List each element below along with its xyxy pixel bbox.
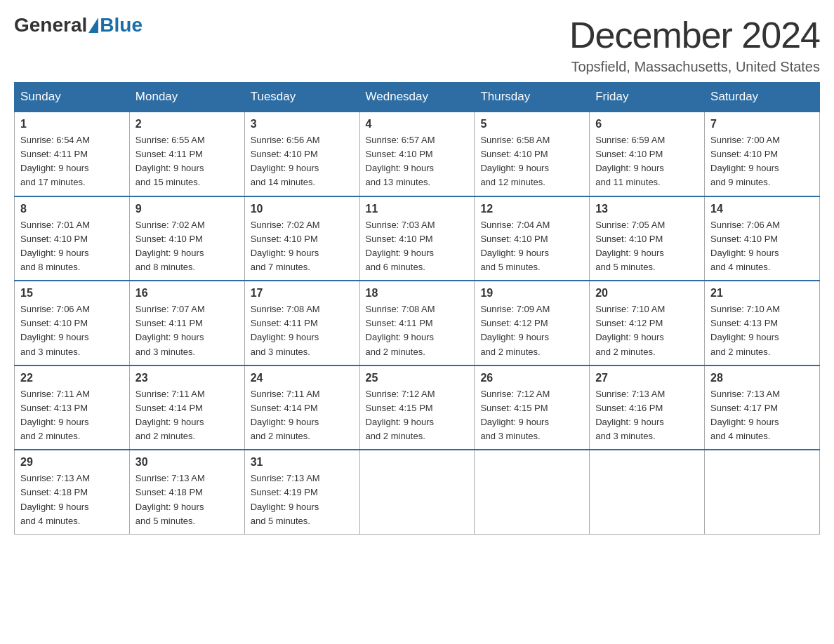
sunrise-line: Sunrise: 6:59 AM xyxy=(595,135,665,145)
daylight-line2: and 11 minutes. xyxy=(595,177,661,187)
sunrise-line: Sunrise: 7:09 AM xyxy=(480,304,550,314)
daylight-line2: and 2 minutes. xyxy=(366,431,425,441)
daylight-line1: Daylight: 9 hours xyxy=(20,417,89,427)
sunrise-line: Sunrise: 7:13 AM xyxy=(710,389,780,399)
day-info: Sunrise: 7:05 AMSunset: 4:10 PMDaylight:… xyxy=(595,218,699,275)
daylight-line1: Daylight: 9 hours xyxy=(480,163,549,173)
day-cell-24: 24Sunrise: 7:11 AMSunset: 4:14 PMDayligh… xyxy=(244,365,359,450)
location-title: Topsfield, Massachusetts, United States xyxy=(569,59,820,75)
sunset-line: Sunset: 4:14 PM xyxy=(251,403,318,413)
day-number: 26 xyxy=(480,372,583,384)
day-info: Sunrise: 7:03 AMSunset: 4:10 PMDaylight:… xyxy=(366,218,469,275)
sunset-line: Sunset: 4:19 PM xyxy=(251,487,318,497)
sunset-line: Sunset: 4:12 PM xyxy=(595,318,663,328)
page-header: General Blue December 2024 Topsfield, Ma… xyxy=(14,14,820,75)
sunset-line: Sunset: 4:11 PM xyxy=(135,318,203,328)
day-info: Sunrise: 7:12 AMSunset: 4:15 PMDaylight:… xyxy=(366,387,469,444)
daylight-line2: and 2 minutes. xyxy=(595,347,655,357)
sunset-line: Sunset: 4:10 PM xyxy=(251,149,318,159)
daylight-line1: Daylight: 9 hours xyxy=(135,332,204,342)
daylight-line2: and 2 minutes. xyxy=(710,347,770,357)
daylight-line2: and 2 minutes. xyxy=(135,431,195,441)
day-cell-30: 30Sunrise: 7:13 AMSunset: 4:18 PMDayligh… xyxy=(129,450,244,534)
sunrise-line: Sunrise: 7:08 AM xyxy=(251,304,320,314)
day-info: Sunrise: 7:06 AMSunset: 4:10 PMDaylight:… xyxy=(710,218,814,275)
logo-general-text: General xyxy=(14,14,87,36)
sunset-line: Sunset: 4:14 PM xyxy=(135,403,203,413)
sunset-line: Sunset: 4:10 PM xyxy=(595,149,663,159)
daylight-line2: and 2 minutes. xyxy=(366,347,425,357)
week-row-4: 22Sunrise: 7:11 AMSunset: 4:13 PMDayligh… xyxy=(15,365,820,450)
sunset-line: Sunset: 4:18 PM xyxy=(20,487,88,497)
daylight-line1: Daylight: 9 hours xyxy=(135,163,204,173)
day-number: 8 xyxy=(20,203,124,215)
day-number: 3 xyxy=(251,118,354,130)
daylight-line2: and 3 minutes. xyxy=(251,347,310,357)
daylight-line2: and 6 minutes. xyxy=(366,262,425,272)
sunset-line: Sunset: 4:13 PM xyxy=(20,403,88,413)
daylight-line2: and 8 minutes. xyxy=(135,262,195,272)
calendar-table: SundayMondayTuesdayWednesdayThursdayFrid… xyxy=(14,82,820,535)
day-number: 31 xyxy=(251,456,354,469)
daylight-line1: Daylight: 9 hours xyxy=(480,417,549,427)
sunrise-line: Sunrise: 7:13 AM xyxy=(595,389,665,399)
daylight-line1: Daylight: 9 hours xyxy=(595,163,664,173)
day-info: Sunrise: 7:13 AMSunset: 4:18 PMDaylight:… xyxy=(20,471,124,528)
sunset-line: Sunset: 4:11 PM xyxy=(20,149,88,159)
day-cell-23: 23Sunrise: 7:11 AMSunset: 4:14 PMDayligh… xyxy=(129,365,244,450)
day-cell-4: 4Sunrise: 6:57 AMSunset: 4:10 PMDaylight… xyxy=(359,112,475,196)
day-info: Sunrise: 7:13 AMSunset: 4:19 PMDaylight:… xyxy=(251,471,354,528)
day-info: Sunrise: 7:06 AMSunset: 4:10 PMDaylight:… xyxy=(20,302,124,359)
day-cell-18: 18Sunrise: 7:08 AMSunset: 4:11 PMDayligh… xyxy=(359,281,475,365)
day-cell-11: 11Sunrise: 7:03 AMSunset: 4:10 PMDayligh… xyxy=(359,196,475,281)
sunset-line: Sunset: 4:10 PM xyxy=(366,234,433,244)
sunrise-line: Sunrise: 6:56 AM xyxy=(251,135,320,145)
daylight-line2: and 5 minutes. xyxy=(595,262,655,272)
day-number: 19 xyxy=(480,287,583,300)
weekday-header-monday: Monday xyxy=(129,83,244,112)
daylight-line1: Daylight: 9 hours xyxy=(135,502,204,512)
day-info: Sunrise: 7:07 AMSunset: 4:11 PMDaylight:… xyxy=(135,302,239,359)
day-cell-2: 2Sunrise: 6:55 AMSunset: 4:11 PMDaylight… xyxy=(129,112,244,196)
daylight-line2: and 5 minutes. xyxy=(135,516,195,526)
empty-cell xyxy=(359,450,475,534)
daylight-line1: Daylight: 9 hours xyxy=(251,248,319,258)
daylight-line1: Daylight: 9 hours xyxy=(480,248,549,258)
day-number: 30 xyxy=(135,456,239,469)
daylight-line2: and 14 minutes. xyxy=(251,177,316,187)
sunrise-line: Sunrise: 7:01 AM xyxy=(20,220,90,230)
day-cell-25: 25Sunrise: 7:12 AMSunset: 4:15 PMDayligh… xyxy=(359,365,475,450)
day-number: 20 xyxy=(595,287,699,300)
sunset-line: Sunset: 4:11 PM xyxy=(366,318,433,328)
day-number: 9 xyxy=(135,203,239,215)
day-cell-27: 27Sunrise: 7:13 AMSunset: 4:16 PMDayligh… xyxy=(590,365,705,450)
daylight-line2: and 3 minutes. xyxy=(480,431,540,441)
day-cell-29: 29Sunrise: 7:13 AMSunset: 4:18 PMDayligh… xyxy=(15,450,130,534)
day-info: Sunrise: 6:57 AMSunset: 4:10 PMDaylight:… xyxy=(366,133,469,190)
empty-cell xyxy=(705,450,820,534)
day-info: Sunrise: 7:11 AMSunset: 4:14 PMDaylight:… xyxy=(251,387,354,444)
day-info: Sunrise: 7:13 AMSunset: 4:18 PMDaylight:… xyxy=(135,471,239,528)
daylight-line2: and 4 minutes. xyxy=(710,431,770,441)
sunrise-line: Sunrise: 7:13 AM xyxy=(251,473,320,483)
daylight-line2: and 8 minutes. xyxy=(20,262,80,272)
daylight-line2: and 2 minutes. xyxy=(480,347,540,357)
sunrise-line: Sunrise: 7:04 AM xyxy=(480,220,550,230)
sunrise-line: Sunrise: 7:12 AM xyxy=(366,389,435,399)
sunrise-line: Sunrise: 7:12 AM xyxy=(480,389,550,399)
day-info: Sunrise: 7:13 AMSunset: 4:16 PMDaylight:… xyxy=(595,387,699,444)
day-number: 5 xyxy=(480,118,583,130)
day-number: 13 xyxy=(595,203,699,215)
day-cell-28: 28Sunrise: 7:13 AMSunset: 4:17 PMDayligh… xyxy=(705,365,820,450)
day-number: 28 xyxy=(710,372,814,384)
daylight-line1: Daylight: 9 hours xyxy=(20,248,89,258)
daylight-line1: Daylight: 9 hours xyxy=(710,163,779,173)
week-row-1: 1Sunrise: 6:54 AMSunset: 4:11 PMDaylight… xyxy=(15,112,820,196)
day-number: 7 xyxy=(710,118,814,130)
sunset-line: Sunset: 4:15 PM xyxy=(366,403,433,413)
sunrise-line: Sunrise: 7:11 AM xyxy=(135,389,205,399)
sunset-line: Sunset: 4:17 PM xyxy=(710,403,778,413)
sunset-line: Sunset: 4:10 PM xyxy=(710,234,778,244)
sunset-line: Sunset: 4:16 PM xyxy=(595,403,663,413)
daylight-line2: and 17 minutes. xyxy=(20,177,86,187)
